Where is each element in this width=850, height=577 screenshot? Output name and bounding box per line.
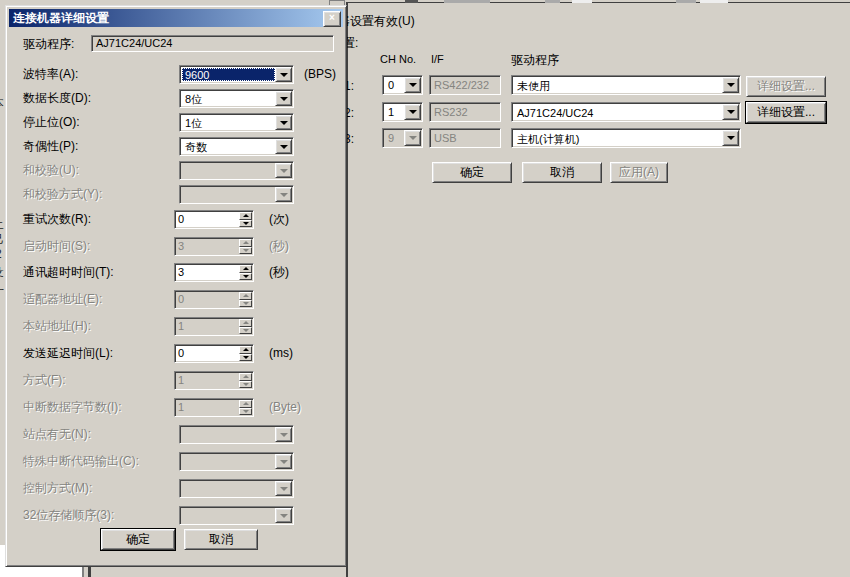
parity-label: 奇偶性(P): xyxy=(23,137,78,155)
chevron-down-icon xyxy=(275,163,292,178)
driver-label: 驱动程序: xyxy=(23,35,74,53)
ch2-interface-field: RS232 xyxy=(429,102,501,122)
driver-row: 驱动程序: AJ71C24/UC24 xyxy=(6,35,346,55)
window-fragment xyxy=(572,0,592,3)
spinner-value: 0 xyxy=(178,213,184,226)
sum-check-method-label: 和校验方式(Y): xyxy=(23,185,102,203)
bg-ok-button[interactable]: 确定 xyxy=(432,162,512,183)
window-fragment xyxy=(82,566,84,577)
stop-bit-combo[interactable]: 1位 xyxy=(179,113,294,132)
baud-rate-label: 波特率(A): xyxy=(23,65,78,83)
spinner-value: 3 xyxy=(178,240,184,253)
station-presence-label: 站点有无(N): xyxy=(23,425,91,443)
column-header-if: I/F xyxy=(431,53,444,65)
combo-value: 奇数 xyxy=(182,140,275,153)
combo-value xyxy=(182,164,275,177)
spinner-buttons xyxy=(239,319,252,334)
window-fragment xyxy=(545,0,560,3)
send-delay-spinner[interactable]: 0 xyxy=(174,344,254,363)
chevron-down-icon[interactable] xyxy=(404,104,421,120)
ch2-driver-select[interactable]: AJ71C24/UC24 xyxy=(511,102,741,122)
close-icon[interactable]: × xyxy=(323,11,341,27)
setting-valid-checkbox-label: 器设置有效(U) xyxy=(338,13,415,30)
sum-check-combo xyxy=(179,161,294,180)
data-length-combo[interactable]: 8位 xyxy=(179,89,294,108)
timeout-spinner[interactable]: 3 xyxy=(174,263,254,282)
ch1-number-select[interactable]: 0 xyxy=(382,75,423,95)
retry-count-spinner[interactable]: 0 xyxy=(174,210,254,229)
parity-combo[interactable]: 奇数 xyxy=(179,137,294,156)
startup-time-spinner: 3 xyxy=(174,237,254,256)
chevron-down-icon[interactable] xyxy=(275,115,292,130)
chevron-down-icon xyxy=(275,427,292,442)
unit-label: (Byte) xyxy=(269,398,301,416)
driver-field: AJ71C24/UC24 xyxy=(91,35,334,52)
control-method-label: 控制方式(M): xyxy=(23,479,92,497)
fragment-text: 〕 xyxy=(0,143,4,160)
bg-apply-button: 应用(A) xyxy=(610,162,668,183)
column-header-ch-no: CH No. xyxy=(380,53,416,65)
column-header-driver: 驱动程序 xyxy=(511,52,559,69)
spinner-value: 0 xyxy=(178,347,184,360)
send-delay-label: 发送延迟时间(L): xyxy=(23,344,113,362)
combo-value: 1 xyxy=(385,105,404,119)
chevron-down-icon[interactable] xyxy=(275,67,292,82)
bg-cancel-button[interactable]: 取消 xyxy=(522,162,602,183)
timeout-label: 通讯超时时间(T): xyxy=(23,263,114,281)
fragment-text: 己 xyxy=(0,231,4,248)
sum-check-method-combo xyxy=(179,185,294,204)
dialog-title: 连接机器详细设置 xyxy=(13,11,109,25)
ch1-driver-select[interactable]: 未使用 xyxy=(511,75,741,95)
unit-label: (秒) xyxy=(269,263,289,281)
chevron-down-icon[interactable] xyxy=(722,104,739,120)
storage-order-combo xyxy=(179,506,294,525)
chevron-down-icon[interactable] xyxy=(275,139,292,154)
spinner-buttons[interactable] xyxy=(239,346,252,361)
adapter-address-spinner: 0 xyxy=(174,290,254,309)
chevron-down-icon xyxy=(275,481,292,496)
detail-settings-dialog: 连接机器详细设置 × 驱动程序: AJ71C24/UC24 波特率(A): 96… xyxy=(5,5,347,567)
ch2-detail-settings-button[interactable]: 详细设置... xyxy=(746,102,826,123)
spinner-buttons[interactable] xyxy=(239,212,252,227)
window-edge xyxy=(346,2,850,3)
spinner-buttons[interactable] xyxy=(239,265,252,280)
spinner-value: 1 xyxy=(178,401,184,414)
spinner-buttons xyxy=(239,400,252,415)
adapter-address-label: 适配器地址(E): xyxy=(23,290,102,308)
combo-value: 9 xyxy=(385,131,404,145)
fragment-text: 讠 xyxy=(0,176,4,193)
baud-rate-combo[interactable]: 9600 xyxy=(179,65,294,84)
mode-label: 方式(F): xyxy=(23,371,66,389)
ok-button[interactable]: 确定 xyxy=(101,529,175,550)
window-fragment xyxy=(700,0,728,3)
mode-spinner: 1 xyxy=(174,371,254,390)
cancel-button[interactable]: 取消 xyxy=(184,529,258,550)
interrupt-data-bytes-spinner: 1 xyxy=(174,398,254,417)
unit-label: (ms) xyxy=(269,344,293,362)
special-interrupt-code-label: 特殊中断代码输出(C): xyxy=(23,452,139,470)
fragment-text: 厂 xyxy=(0,286,4,303)
spinner-value: 1 xyxy=(178,374,184,387)
window-fragment xyxy=(0,566,82,577)
chevron-down-icon[interactable] xyxy=(722,77,739,93)
sum-check-label: 和校验(U): xyxy=(23,161,79,179)
combo-value: 未使用 xyxy=(514,78,722,92)
storage-order-label: 32位存储顺序(3): xyxy=(23,506,114,524)
dialog-titlebar[interactable]: 连接机器详细设置 × xyxy=(9,9,343,27)
ch1-detail-settings-button: 详细设置... xyxy=(746,76,826,97)
combo-value: 8位 xyxy=(182,92,275,105)
combo-value xyxy=(182,455,275,468)
ch3-driver-select[interactable]: 主机(计算机) xyxy=(511,128,741,148)
fragment-text: 2 xyxy=(0,247,2,261)
chevron-down-icon[interactable] xyxy=(404,77,421,93)
control-method-combo xyxy=(179,479,294,498)
interrupt-data-bytes-label: 中断数据字节数(I): xyxy=(23,398,122,416)
chevron-down-icon[interactable] xyxy=(275,91,292,106)
chevron-down-icon[interactable] xyxy=(722,130,739,146)
spinner-buttons xyxy=(239,292,252,307)
ch2-number-select[interactable]: 1 xyxy=(382,102,423,122)
chevron-down-icon xyxy=(275,508,292,523)
special-interrupt-code-combo xyxy=(179,452,294,471)
combo-value xyxy=(182,509,275,522)
window-fragment xyxy=(676,0,696,3)
